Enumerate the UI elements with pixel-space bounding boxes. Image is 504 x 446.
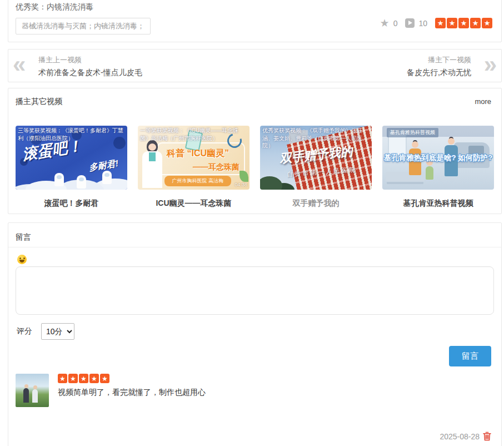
divider <box>8 247 501 247</box>
comment-rating-stars: ★★★★★ <box>58 374 494 383</box>
favorite-count: 0 <box>393 19 398 28</box>
prev-chevron-icon[interactable]: « <box>13 53 22 76</box>
next-video-link[interactable]: 播主下一视频 备皮先行,术动无忧 <box>407 55 471 78</box>
doctor-illustration <box>102 171 112 184</box>
video-tags: 器械清洗消毒与灭菌；内镜清洗消毒； <box>16 18 151 34</box>
comment-date: 2025-08-28 <box>440 432 480 441</box>
video-award-title: 优秀奖：内镜清洗消毒 <box>16 2 93 12</box>
star-icon: ★ <box>79 374 88 383</box>
video-title-3[interactable]: 双手赠予我的 <box>293 199 340 209</box>
video-title-1[interactable]: 滚蛋吧！多耐君 <box>44 199 99 209</box>
rating-row: 评分 10分 <box>17 323 74 340</box>
star-icon: ★ <box>482 18 492 28</box>
next-chevron-icon[interactable]: » <box>484 53 493 76</box>
comment-body: ★★★★★ 视频简单明了，看完就懂了，制作也超用心 <box>58 374 494 398</box>
star-icon: ★ <box>58 374 67 383</box>
thumbnail-2-banner: 广州市胸科医院 高洁梅 <box>164 176 231 186</box>
video-item-1: 三等奖获奖视频：《滚蛋吧！多耐君》丁慧利（濮阳油田总医院） 滚蛋吧！ 多耐君! … <box>16 126 127 209</box>
other-videos-card: 播主其它视频 more 三等奖获奖视频：《滚蛋吧！多耐君》丁慧利（濮阳油田总医院… <box>8 88 502 214</box>
comment-input[interactable] <box>16 266 494 315</box>
video-item-2: 一等奖获奖视频：《ICU幽灵——耳念珠菌》高洁梅（广州市胸科医院） 科普 “IC… <box>138 126 249 209</box>
star-icon: ★ <box>100 374 109 383</box>
avatar-figure <box>32 389 38 403</box>
prev-video-label: 播主上一视频 <box>38 55 142 65</box>
video-rating-stars: ★★★★★ <box>435 18 492 28</box>
favorite-stat: ★ 0 <box>380 18 398 28</box>
star-icon: ★ <box>435 18 446 28</box>
rating-select[interactable]: 10分 <box>41 323 74 340</box>
star-icon: ★ <box>447 18 457 28</box>
thumbnail-4-art-text: 基孔肯雅热到底是啥? 如何防护? <box>382 153 494 163</box>
rating-label: 评分 <box>17 326 32 336</box>
comment-footer: 2025-08-28 <box>440 432 491 441</box>
play-stat: 10 <box>405 18 427 28</box>
video-thumbnail-3[interactable]: 优秀奖获奖视频：《双手赠予我的》张钰涵、姜文娟、曹莉等（自贡市第一人民医院） 双… <box>260 126 372 190</box>
next-video-label: 播主下一视频 <box>407 55 471 65</box>
video-stats: ★ 0 10 ★★★★★ <box>380 18 492 28</box>
leaf-shape <box>239 171 248 182</box>
doctor-illustration <box>77 175 86 189</box>
next-video-title: 备皮先行,术动无忧 <box>407 68 471 78</box>
thumbnail-1-overlay-text: 三等奖获奖视频：《滚蛋吧！多耐君》丁慧利（濮阳油田总医院） <box>16 126 127 143</box>
play-count-icon <box>405 18 415 28</box>
emoji-picker-icon[interactable] <box>17 255 27 264</box>
comment-item: ★★★★★ 视频简单明了，看完就懂了，制作也超用心 <box>16 374 494 398</box>
star-icon: ★ <box>458 18 469 28</box>
thumbnail-2-art-subtext: ——耳念珠菌 <box>193 162 239 172</box>
video-thumbnail-1[interactable]: 三等奖获奖视频：《滚蛋吧！多耐君》丁慧利（濮阳油田总医院） 滚蛋吧！ 多耐君! <box>16 126 127 190</box>
comments-card: 留言 评分 10分 留言 ★★★★★ 视频简单明了，看完就懂了，制作也超用心 2… <box>8 222 502 446</box>
star-icon: ★ <box>89 374 99 383</box>
video-title-4[interactable]: 基孔肯亚热科普视频 <box>403 199 473 209</box>
trash-icon <box>483 432 491 441</box>
star-icon: ★ <box>470 18 481 28</box>
thumbnail-2-duration: 04:38 <box>234 182 247 187</box>
more-link[interactable]: more <box>475 97 491 106</box>
doctor-illustration <box>54 173 64 186</box>
doctor-illustration <box>141 140 163 190</box>
favorite-star-icon: ★ <box>380 18 390 28</box>
video-info-card: 优秀奖：内镜清洗消毒 器械清洗消毒与灭菌；内镜清洗消毒； ★ 0 10 ★★★★… <box>8 0 502 42</box>
prev-video-link[interactable]: 播主上一视频 术前准备之备皮术-懂点儿皮毛 <box>38 55 142 78</box>
submit-comment-button[interactable]: 留言 <box>449 346 491 366</box>
delete-comment-button[interactable] <box>483 432 491 441</box>
video-thumbnail-4[interactable]: 基孔肯雅热科普视频 基孔肯雅热到底是啥? 如何防护? <box>382 126 494 190</box>
commenter-avatar <box>16 374 49 407</box>
video-item-4: 基孔肯雅热科普视频 基孔肯雅热到底是啥? 如何防护? 基孔肯亚热科普视频 <box>382 126 494 209</box>
video-nav-card: « 播主上一视频 术前准备之备皮术-懂点儿皮毛 播主下一视频 备皮先行,术动无忧… <box>8 49 502 82</box>
tree-shape <box>260 176 282 190</box>
video-detail-page: 优秀奖：内镜清洗消毒 器械清洗消毒与灭菌；内镜清洗消毒； ★ 0 10 ★★★★… <box>0 0 504 446</box>
video-title-2[interactable]: ICU幽灵——耳念珠菌 <box>156 199 231 209</box>
avatar-figure <box>23 388 29 403</box>
video-item-3: 优秀奖获奖视频：《双手赠予我的》张钰涵、姜文娟、曹莉等（自贡市第一人民医院） 双… <box>260 126 372 209</box>
play-count: 10 <box>418 19 427 28</box>
prev-video-title: 术前准备之备皮术-懂点儿皮毛 <box>38 68 142 78</box>
other-videos-header: 播主其它视频 <box>16 97 62 107</box>
video-thumbnail-2[interactable]: 一等奖获奖视频：《ICU幽灵——耳念珠菌》高洁梅（广州市胸科医院） 科普 “IC… <box>138 126 249 190</box>
thumbnail-2-overlay-text: 一等奖获奖视频：《ICU幽灵——耳念珠菌》高洁梅（广州市胸科医院） <box>138 126 249 143</box>
thumbnail-3-overlay-text: 优秀奖获奖视频：《双手赠予我的》张钰涵、姜文娟、曹莉等（自贡市第一人民医院） <box>260 126 372 151</box>
thumbnail-2-art-text: 科普 “ICU幽灵” <box>167 148 229 160</box>
comments-header: 留言 <box>16 232 31 242</box>
video-thumbnail-row: 三等奖获奖视频：《滚蛋吧！多耐君》丁慧利（濮阳油田总医院） 滚蛋吧！ 多耐君! … <box>16 126 494 209</box>
comment-text: 视频简单明了，看完就懂了，制作也超用心 <box>58 388 494 398</box>
thumbnail-4-badge: 基孔肯雅热科普视频 <box>387 128 438 137</box>
star-icon: ★ <box>68 374 78 383</box>
